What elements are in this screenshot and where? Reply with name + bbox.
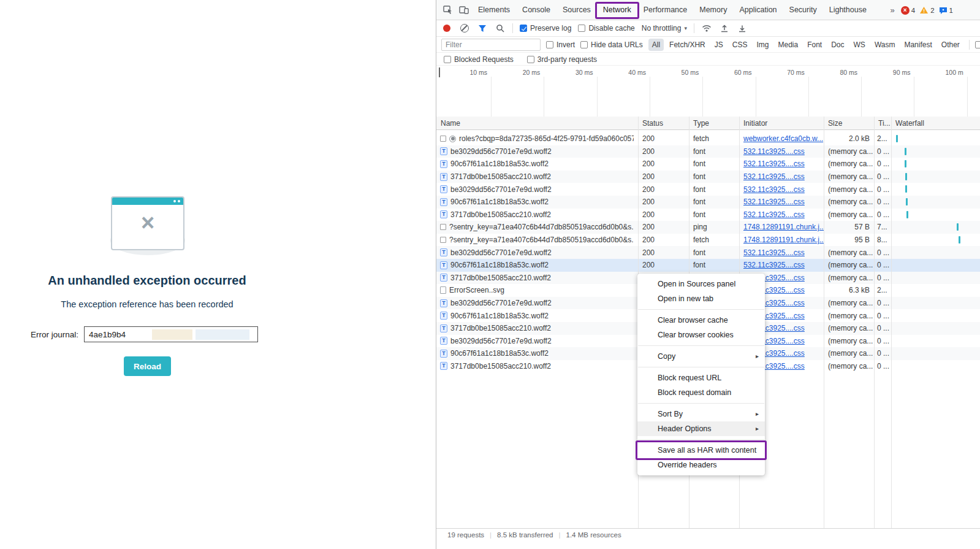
filter-chip-media[interactable]: Media (774, 39, 802, 51)
device-toolbar-icon[interactable] (456, 2, 472, 17)
initiator-link[interactable]: 532.11c3925....css (743, 185, 805, 194)
menu-item-header-options[interactable]: Header Options▸ (637, 421, 765, 436)
request-checkbox[interactable] (440, 136, 446, 142)
initiator-cell: 1748.12891191.chunk.j... (739, 236, 824, 244)
throttling-select[interactable]: No throttling ▾ (642, 24, 687, 33)
menu-item-save-all-as-har-with-content[interactable]: Save all as HAR with content (637, 443, 765, 458)
menu-item-open-in-sources-panel[interactable]: Open in Sources panel (637, 277, 765, 291)
filter-chip-font[interactable]: Font (803, 39, 826, 51)
filter-chip-other[interactable]: Other (938, 39, 963, 51)
hide-data-urls-checkbox[interactable]: Hide data URLs (580, 40, 643, 49)
table-row[interactable]: T3717db0be15085acc210.woff2200font532.11… (436, 209, 980, 221)
record-network-log-button[interactable] (441, 23, 452, 34)
status-item[interactable]: 1.4 MB resources (566, 531, 621, 539)
network-conditions-button[interactable] (701, 23, 712, 34)
initiator-link[interactable]: 532.11c3925....css (743, 261, 805, 269)
preserve-log-checkbox[interactable]: Preserve log (520, 24, 571, 33)
size-cell: (memory ca... (824, 349, 874, 358)
import-har-button[interactable] (719, 23, 730, 34)
column-header-status[interactable]: Status (638, 119, 689, 128)
table-row[interactable]: T90c67f61a1c18b18a53c.woff2200font532.11… (436, 259, 980, 272)
filter-chip-all[interactable]: All (648, 39, 664, 51)
menu-item-open-in-new-tab[interactable]: Open in new tab (637, 291, 765, 306)
context-menu: Open in Sources panelOpen in new tabClea… (637, 274, 765, 475)
tab-sources[interactable]: Sources (556, 0, 597, 20)
initiator-link[interactable]: 532.11c3925....css (743, 147, 805, 156)
tab-application[interactable]: Application (733, 0, 783, 20)
tab-console[interactable]: Console (516, 0, 556, 20)
filter-toggle-button[interactable] (477, 23, 488, 34)
tab-security[interactable]: Security (783, 0, 823, 20)
initiator-link[interactable]: 532.11c3925....css (743, 159, 805, 168)
request-checkbox[interactable] (440, 224, 446, 230)
initiator-link[interactable]: 532.11c3925....css (743, 210, 805, 219)
request-checkbox[interactable] (440, 237, 446, 243)
disable-cache-checkbox[interactable]: Disable cache (578, 24, 634, 33)
invert-checkbox[interactable]: Invert (546, 40, 575, 49)
initiator-link[interactable]: 532.11c3925....css (743, 198, 805, 206)
initiator-link[interactable]: webworker.c4fca0cb.w... (743, 134, 823, 143)
search-button[interactable] (495, 23, 506, 34)
reload-button[interactable]: Reload (124, 356, 171, 376)
filter-chip-fetch-xhr[interactable]: Fetch/XHR (666, 39, 709, 51)
filter-chip-css[interactable]: CSS (729, 39, 751, 51)
console-warnings-badge[interactable]: 2 (919, 6, 934, 14)
table-row[interactable]: T90c67f61a1c18b18a53c.woff2200font532.11… (436, 158, 980, 171)
initiator-link[interactable]: 532.11c3925....css (743, 172, 805, 181)
menu-item-block-request-domain[interactable]: Block request domain (637, 385, 765, 400)
filter-chip-wasm[interactable]: Wasm (871, 39, 899, 51)
filter-chip-ws[interactable]: WS (850, 39, 869, 51)
export-har-button[interactable] (737, 23, 748, 34)
column-header-waterfall[interactable]: Waterfall (891, 119, 980, 128)
status-separator: | (490, 531, 492, 539)
tab-lighthouse[interactable]: Lighthouse (823, 0, 873, 20)
menu-item-sort-by[interactable]: Sort By▸ (637, 407, 765, 421)
menu-item-copy[interactable]: Copy▸ (637, 349, 765, 364)
menu-item-clear-browser-cache[interactable]: Clear browser cache (637, 313, 765, 328)
more-tabs-icon[interactable]: » (891, 6, 895, 15)
column-header-name[interactable]: Name (436, 119, 638, 128)
filter-input[interactable] (441, 39, 541, 51)
third-party-requests-checkbox[interactable]: 3rd-party requests (527, 55, 597, 64)
table-row[interactable]: roles?cbqp=8da72735-865d-4f25-9791-fd59a… (436, 132, 980, 145)
error-journal-input[interactable]: 4ae1b9b4 (84, 326, 258, 342)
filter-chip-manifest[interactable]: Manifest (900, 39, 935, 51)
status-item[interactable]: 19 requests (447, 531, 484, 539)
table-row[interactable]: Tbe3029dd56c7701e7e9d.woff2200font532.11… (436, 145, 980, 158)
column-header-type[interactable]: Type (689, 119, 739, 128)
column-header-size[interactable]: Size (824, 119, 874, 128)
timeline-overview[interactable]: 10 ms20 ms30 ms40 ms50 ms60 ms70 ms80 ms… (436, 66, 980, 117)
filter-chip-js[interactable]: JS (711, 39, 727, 51)
clear-network-log-button[interactable] (459, 23, 470, 34)
initiator-link[interactable]: 532.11c3925....css (743, 248, 805, 257)
table-row[interactable]: ?sentry_key=a71ea407c6b44d7db850519accd6… (436, 221, 980, 234)
issues-badge[interactable]: 1 (939, 7, 953, 14)
table-row[interactable]: T90c67f61a1c18b18a53c.woff2200font532.11… (436, 196, 980, 209)
tab-elements[interactable]: Elements (472, 0, 516, 20)
blocked-requests-checkbox[interactable]: Blocked Requests (444, 55, 514, 64)
column-header-initiator[interactable]: Initiator (739, 119, 824, 128)
console-errors-badge[interactable]: × 4 (901, 6, 915, 15)
table-row[interactable]: Tbe3029dd56c7701e7e9d.woff2200font532.11… (436, 183, 980, 196)
tab-performance[interactable]: Performance (637, 0, 694, 20)
menu-item-clear-browser-cookies[interactable]: Clear browser cookies (637, 328, 765, 342)
time-cell: 0 ... (874, 248, 891, 257)
initiator-link[interactable]: 1748.12891191.chunk.j... (743, 236, 824, 244)
tab-network[interactable]: Network (597, 0, 637, 20)
initiator-link[interactable]: 1748.12891191.chunk.j... (743, 223, 824, 231)
table-row[interactable]: T3717db0be15085acc210.woff2200font532.11… (436, 171, 980, 183)
filter-chip-img[interactable]: Img (753, 39, 772, 51)
filter-chip-doc[interactable]: Doc (827, 39, 848, 51)
menu-item-block-request-url[interactable]: Block request URL (637, 370, 765, 385)
type-cell: font (689, 185, 739, 194)
initiator-cell: 1748.12891191.chunk.j... (739, 223, 824, 231)
column-header-ti[interactable]: Ti... (874, 119, 891, 128)
page-subtitle: The exception reference has been recorde… (0, 299, 294, 309)
status-item[interactable]: 8.5 kB transferred (497, 531, 553, 539)
inspect-element-icon[interactable] (440, 2, 456, 17)
tab-memory[interactable]: Memory (693, 0, 733, 20)
has-blocked-cookies-checkbox[interactable]: Has block (975, 40, 980, 49)
table-row[interactable]: ?sentry_key=a71ea407c6b44d7db850519accd6… (436, 234, 980, 247)
menu-item-override-headers[interactable]: Override headers (637, 458, 765, 472)
table-row[interactable]: Tbe3029dd56c7701e7e9d.woff2200font532.11… (436, 246, 980, 259)
